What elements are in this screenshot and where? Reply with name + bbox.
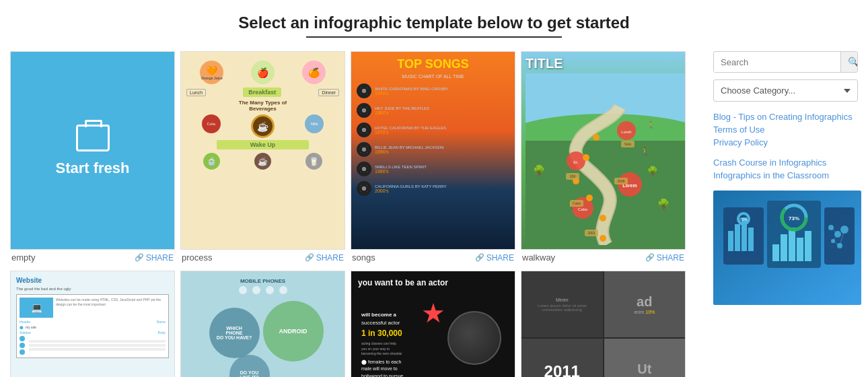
template-item-process[interactable]: 🧡 Orange Juice 🍎 🍊 Lu bbox=[180, 51, 345, 265]
template-thumb-stats: Minim Lorem ipsum dolor sit amet consect… bbox=[521, 271, 686, 377]
bubble-android: ANDROID bbox=[263, 301, 324, 362]
template-item-stats[interactable]: Minim Lorem ipsum dolor sit amet consect… bbox=[521, 271, 686, 377]
stats-big-ut: Ut bbox=[637, 362, 651, 377]
template-item-empty[interactable]: Start fresh empty 🔗 SHARE bbox=[10, 51, 175, 265]
template-item-website[interactable]: Website The good the bad and the ugly 💻 … bbox=[10, 271, 175, 377]
stats-cell-2011: 2011 bbox=[521, 339, 603, 377]
template-label-songs: songs 🔗 SHARE bbox=[351, 250, 515, 265]
website-inner-title: Website bbox=[16, 277, 169, 284]
phone-inner: MOBILE PHONES WHICHPHONEDO YOU HAVE? AND… bbox=[181, 271, 345, 377]
search-input[interactable] bbox=[714, 53, 840, 72]
share-icon-walkway: 🔗 bbox=[645, 253, 655, 262]
svg-text:2001: 2001 bbox=[587, 231, 595, 235]
bubble-which: WHICHPHONEDO YOU HAVE? bbox=[209, 308, 260, 358]
globe-shape bbox=[447, 311, 501, 365]
svg-text:🌳: 🌳 bbox=[532, 164, 546, 177]
template-label-process: process 🔗 SHARE bbox=[180, 250, 345, 265]
page-wrapper: Select an infographic template below to … bbox=[0, 0, 868, 377]
page-title: Select an infographic template below to … bbox=[0, 13, 868, 32]
share-link-process[interactable]: 🔗 SHARE bbox=[305, 253, 344, 263]
category-dropdown[interactable]: Choose Category... bbox=[713, 79, 858, 102]
bubble-container: WHICHPHONEDO YOU HAVE? ANDROID DO YOULIK… bbox=[196, 301, 330, 377]
svg-text:🌳: 🌳 bbox=[657, 198, 670, 211]
template-thumb-process: 🧡 Orange Juice 🍎 🍊 Lu bbox=[180, 51, 345, 250]
svg-point-16 bbox=[593, 134, 600, 141]
phone-dot-1 bbox=[239, 286, 247, 294]
template-item-songs[interactable]: TOP SONGS MUSIC CHART OF ALL TIME WHITE … bbox=[351, 51, 515, 265]
svg-text:2008: 2008 bbox=[617, 179, 624, 183]
share-link-empty[interactable]: 🔗 SHARE bbox=[135, 253, 174, 263]
share-link-songs[interactable]: 🔗 SHARE bbox=[475, 253, 514, 263]
svg-point-12 bbox=[600, 215, 606, 221]
phone-dot-3 bbox=[266, 286, 274, 294]
template-label-walkway: walkway 🔗 SHARE bbox=[521, 250, 686, 265]
svg-text:Loreh: Loreh bbox=[621, 130, 631, 134]
template-name-empty: empty bbox=[11, 252, 35, 263]
start-fresh-label: Start fresh bbox=[55, 160, 129, 177]
share-icon-process: 🔗 bbox=[305, 253, 314, 262]
template-thumb-website: Website The good the bad and the ugly 💻 … bbox=[10, 271, 175, 377]
svg-text:Cabo: Cabo bbox=[573, 201, 581, 205]
svg-point-11 bbox=[600, 235, 606, 242]
sidebar-links-1: Blog - Tips on Creating Infographics Ter… bbox=[713, 112, 858, 147]
stats-cell-minim: Minim Lorem ipsum dolor sit amet consect… bbox=[521, 271, 603, 337]
svg-text:73%: 73% bbox=[739, 217, 748, 221]
process-top-circles: 🧡 Orange Juice 🍎 🍊 bbox=[186, 61, 339, 84]
svg-rect-38 bbox=[748, 228, 754, 251]
svg-text:206: 206 bbox=[570, 174, 576, 178]
star-icon: ★ bbox=[421, 298, 445, 329]
sidebar-links-2: Crash Course in Infographics Infographic… bbox=[713, 158, 858, 180]
monitor-icon bbox=[76, 125, 110, 151]
template-name-process: process bbox=[182, 252, 213, 263]
phone-dot-4 bbox=[279, 286, 287, 294]
svg-rect-36 bbox=[735, 224, 740, 251]
svg-point-13 bbox=[586, 195, 593, 201]
link-crash-course[interactable]: Crash Course in Infographics bbox=[713, 158, 858, 168]
search-box: 🔍 bbox=[713, 51, 858, 73]
actor-visual: ★ will become a successful actor 1 in 30… bbox=[358, 291, 508, 377]
share-link-walkway[interactable]: 🔗 SHARE bbox=[645, 253, 684, 263]
walkway-road: Lorem Et. Cabo Loreh bbox=[526, 73, 681, 242]
actor-stats: will become a successful actor 1 in 30,0… bbox=[361, 311, 403, 377]
templates-grid: Start fresh empty 🔗 SHARE bbox=[10, 51, 703, 377]
stats-big-ad: ad bbox=[634, 294, 655, 310]
template-item-walkway[interactable]: TITLE bbox=[521, 51, 686, 265]
svg-text:Et.: Et. bbox=[573, 160, 579, 164]
template-thumb-phone: MOBILE PHONES WHICHPHONEDO YOU HAVE? AND… bbox=[180, 271, 345, 377]
link-privacy[interactable]: Privacy Policy bbox=[713, 137, 858, 147]
walkway-title: TITLE bbox=[526, 56, 681, 71]
process-inner: 🧡 Orange Juice 🍎 🍊 Lu bbox=[181, 52, 345, 249]
template-label-empty: empty 🔗 SHARE bbox=[10, 250, 175, 265]
link-terms[interactable]: Terms of Use bbox=[713, 125, 858, 135]
link-classroom[interactable]: Infographics in the Classroom bbox=[713, 170, 858, 180]
phone-dot-2 bbox=[252, 286, 260, 294]
svg-text:🚶: 🚶 bbox=[640, 146, 650, 156]
main-content: Start fresh empty 🔗 SHARE bbox=[0, 44, 868, 377]
process-mid-circles: Cola ☕ Milk bbox=[186, 114, 339, 138]
website-inner: Website The good the bad and the ugly 💻 … bbox=[11, 271, 174, 364]
sidebar-preview-svg: 73% 73% bbox=[713, 191, 861, 305]
svg-rect-35 bbox=[728, 231, 733, 251]
link-blog[interactable]: Blog - Tips on Creating Infographics bbox=[713, 112, 858, 122]
walkway-inner: TITLE bbox=[521, 52, 685, 246]
actor-inner: you want to be an actor ★ will become a … bbox=[351, 271, 515, 377]
search-button[interactable]: 🔍 bbox=[840, 52, 858, 72]
process-bot-circles: 🍵 ☕ 🥛 bbox=[186, 153, 339, 170]
sidebar-preview: 73% 73% bbox=[713, 191, 861, 305]
phone-dots bbox=[239, 286, 287, 294]
svg-rect-44 bbox=[789, 228, 795, 261]
songs-list: WHITE CHRISTMAS BY BING CROSBY1940's HEY… bbox=[357, 82, 509, 197]
svg-point-15 bbox=[583, 154, 589, 161]
actor-title: you want to be an actor bbox=[358, 278, 508, 287]
svg-rect-45 bbox=[797, 238, 803, 261]
header-underline bbox=[306, 36, 562, 38]
template-thumb-empty: Start fresh bbox=[10, 51, 175, 250]
songs-title: TOP SONGS bbox=[357, 57, 509, 71]
stats-cell-ut: Ut 25% bbox=[604, 339, 686, 377]
svg-rect-42 bbox=[772, 244, 779, 261]
share-icon-empty: 🔗 bbox=[135, 253, 144, 262]
svg-rect-43 bbox=[781, 234, 787, 261]
template-item-actor[interactable]: you want to be an actor ★ will become a … bbox=[351, 271, 515, 377]
template-item-phone[interactable]: MOBILE PHONES WHICHPHONEDO YOU HAVE? AND… bbox=[180, 271, 345, 377]
phone-inner-title: MOBILE PHONES bbox=[240, 278, 285, 284]
